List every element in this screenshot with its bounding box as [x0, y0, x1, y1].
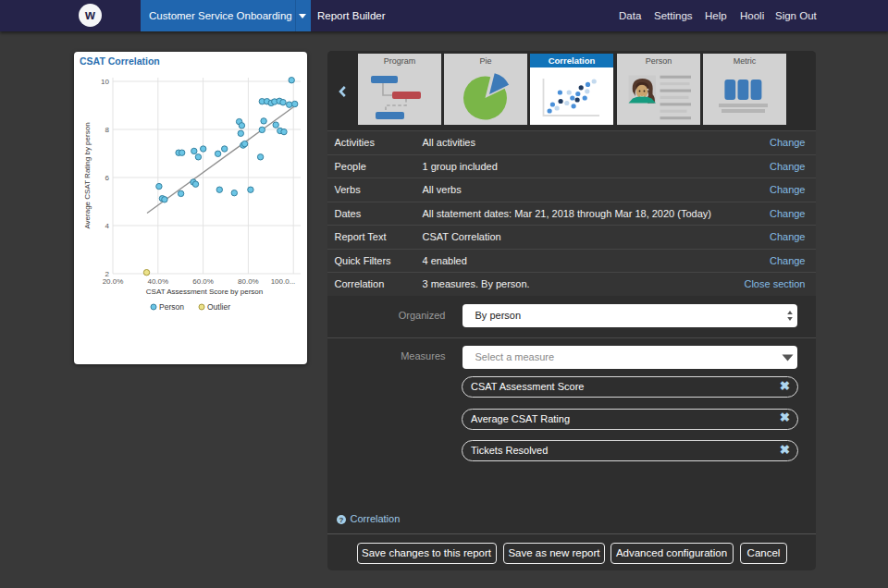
svg-text:?: ?: [339, 516, 343, 524]
svg-text:CSAT Assessment Score by perso: CSAT Assessment Score by person: [146, 288, 263, 296]
svg-text:CSAT Correlation: CSAT Correlation: [80, 55, 160, 67]
svg-text:100.0...: 100.0...: [271, 277, 296, 286]
svg-text:10: 10: [101, 78, 109, 86]
svg-text:4: 4: [105, 222, 110, 230]
svg-text:80.0%: 80.0%: [238, 277, 259, 286]
svg-text:Person: Person: [159, 302, 184, 312]
svg-text:Average CSAT Rating by person: Average CSAT Rating by person: [83, 122, 92, 228]
svg-text:Outlier: Outlier: [207, 302, 230, 312]
svg-text:60.0%: 60.0%: [192, 277, 214, 286]
svg-text:40.0%: 40.0%: [147, 277, 168, 286]
svg-text:8: 8: [105, 126, 110, 134]
svg-text:20.0%: 20.0%: [103, 277, 124, 286]
svg-text:6: 6: [105, 174, 110, 182]
